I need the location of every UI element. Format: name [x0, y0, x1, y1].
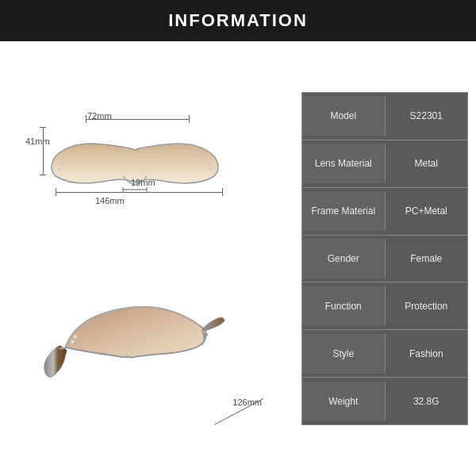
- svg-point-7: [73, 335, 76, 338]
- page-title: INFORMATION: [168, 10, 308, 31]
- table-row: GenderFemale: [302, 236, 467, 283]
- top-glasses-container: 72mm 41mm: [40, 113, 262, 216]
- table-cell-label: Gender: [302, 239, 386, 278]
- bottom-glasses-svg: [32, 294, 238, 390]
- table-cell-label: Lens Material: [302, 144, 386, 183]
- bottom-glasses-container: 126mm: [32, 294, 270, 413]
- table-row: Weight32.8G: [302, 378, 467, 424]
- images-section: 72mm 41mm: [8, 49, 294, 468]
- table-cell-label: Model: [302, 96, 386, 136]
- table-cell-label: Weight: [302, 382, 386, 421]
- svg-point-1: [58, 168, 61, 171]
- header: INFORMATION: [0, 0, 476, 41]
- table-cell-value: Protection: [386, 286, 468, 326]
- table-cell-value: Fashion: [386, 334, 468, 374]
- dim-19mm: 19mm: [131, 178, 155, 187]
- table-row: ModelS22301: [302, 93, 467, 140]
- table-cell-value: S22301: [386, 96, 468, 136]
- table-cell-label: Function: [302, 286, 386, 326]
- top-glasses-svg: [40, 129, 230, 208]
- table-cell-value: Metal: [386, 144, 468, 183]
- main-content: 72mm 41mm: [0, 41, 476, 476]
- table-cell-label: Frame Material: [302, 191, 386, 231]
- dim-41mm: 41mm: [25, 136, 50, 146]
- svg-point-3: [209, 168, 212, 171]
- svg-point-0: [60, 163, 63, 166]
- table-row: FunctionProtection: [302, 282, 467, 330]
- table-cell-value: PC+Metal: [386, 191, 468, 231]
- info-table: ModelS22301Lens MaterialMetalFrame Mater…: [301, 92, 468, 425]
- svg-point-8: [71, 340, 74, 343]
- table-row: StyleFashion: [302, 330, 467, 378]
- table-cell-label: Style: [302, 334, 386, 374]
- svg-point-2: [206, 163, 209, 166]
- table-row: Lens MaterialMetal: [302, 140, 467, 188]
- table-cell-value: Female: [386, 239, 468, 278]
- table-row: Frame MaterialPC+Metal: [302, 188, 467, 236]
- dim-146mm: 146mm: [95, 196, 125, 205]
- table-cell-value: 32.8G: [386, 382, 468, 421]
